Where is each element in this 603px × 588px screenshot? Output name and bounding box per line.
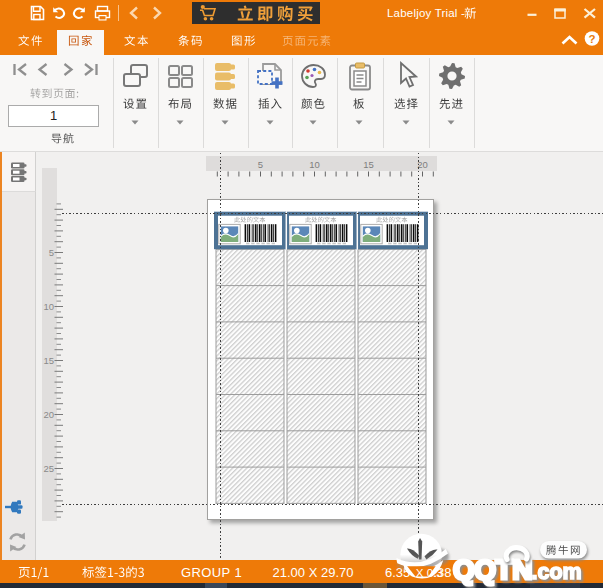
svg-text:15: 15 [363,159,374,170]
svg-text:.com: .com [532,560,582,584]
svg-text:?: ? [588,33,595,45]
svg-text:5: 5 [258,159,263,170]
svg-text:20: 20 [417,159,428,170]
svg-text:10: 10 [43,301,54,312]
svg-text:X 0.3: X 0.3 [416,567,443,579]
svg-text:15: 15 [43,355,54,366]
svg-text:QQTN: QQTN [453,554,532,585]
svg-text:5: 5 [49,247,54,258]
svg-text:10: 10 [309,159,320,170]
svg-text:25: 25 [43,463,54,474]
svg-text:20: 20 [43,409,54,420]
